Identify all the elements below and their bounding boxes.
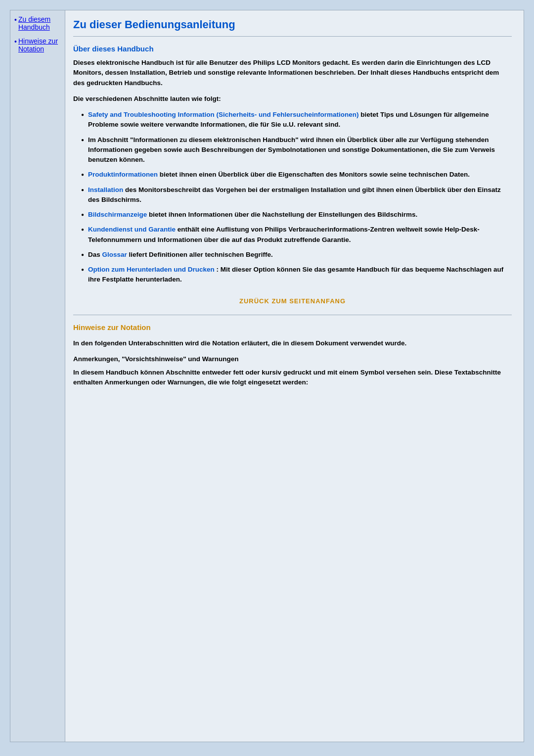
list-content-1: Safety and Troubleshooting Information (… <box>88 110 512 130</box>
list-item-8: ● Option zum Herunterladen und Drucken :… <box>81 265 512 285</box>
list-bullet-3: ● <box>81 171 84 178</box>
list-text-3: bietet ihnen einen Überblick über die Ei… <box>160 171 470 178</box>
back-to-top[interactable]: ZURÜCK ZUM SEITENANFANG <box>73 297 512 305</box>
notation-title: Hinweise zur Notation <box>73 323 512 331</box>
sidebar: • Zu diesem Handbuch • Hinweise zur Nota… <box>10 10 65 742</box>
list-item-1: ● Safety and Troubleshooting Information… <box>81 110 512 130</box>
list-content-3: Produktinformationen bietet ihnen einen … <box>88 170 512 180</box>
link-safety[interactable]: Safety and Troubleshooting Information (… <box>88 111 359 118</box>
list-bullet-7: ● <box>81 251 84 258</box>
page-container: • Zu diesem Handbuch • Hinweise zur Nota… <box>10 10 524 742</box>
notation-intro: In den folgenden Unterabschnitten wird d… <box>73 338 512 348</box>
bullet-2: • <box>14 37 17 46</box>
list-text-7a: Das <box>88 251 102 258</box>
list-item-6: ● Kundendienst und Garantie enthält eine… <box>81 225 512 245</box>
list-bullet-4: ● <box>81 186 84 193</box>
section1-list: ● Safety and Troubleshooting Information… <box>81 110 512 285</box>
link-bildschirm[interactable]: Bildschirmanzeige <box>88 211 147 218</box>
list-bullet-6: ● <box>81 226 84 233</box>
link-download[interactable]: Option zum Herunterladen und Drucken <box>88 266 215 273</box>
list-text-5: bietet ihnen Informationen über die Nach… <box>149 211 417 218</box>
section-divider <box>73 315 512 315</box>
list-bullet-1: ● <box>81 111 84 118</box>
section1-subheading: Die verschiedenen Abschnitte lauten wie … <box>73 94 512 104</box>
section-ueber-handbuch: Über dieses Handbuch Dieses elektronisch… <box>73 45 512 305</box>
link-produktinfo[interactable]: Produktinformationen <box>88 171 158 178</box>
back-to-top-link[interactable]: ZURÜCK ZUM SEITENANFANG <box>239 297 346 305</box>
divider-top <box>73 36 512 37</box>
list-bullet-2: ● <box>81 136 84 143</box>
sidebar-item-handbuch[interactable]: • Zu diesem Handbuch <box>14 15 61 33</box>
list-content-6: Kundendienst und Garantie enthält eine A… <box>88 225 512 245</box>
list-text-4: des Monitorsbeschreibt das Vorgehen bei … <box>88 186 501 203</box>
list-item-4: ● Installation des Monitorsbeschreibt da… <box>81 185 512 205</box>
list-content-5: Bildschirmanzeige bietet ihnen Informati… <box>88 210 512 220</box>
section1-intro: Dieses elektronische Handbuch ist für al… <box>73 58 512 88</box>
notation-body: In diesem Handbuch können Abschnitte ent… <box>73 368 512 388</box>
list-content-7: Das Glossar liefert Definitionen aller t… <box>88 250 512 260</box>
notation-subtitle: Anmerkungen, "Vorsichtshinweise" und War… <box>73 355 512 363</box>
list-content-8: Option zum Herunterladen und Drucken : M… <box>88 265 512 285</box>
link-installation[interactable]: Installation <box>88 186 123 193</box>
page-title: Zu dieser Bedienungsanleitung <box>73 18 512 31</box>
link-kundendienst[interactable]: Kundendienst und Garantie <box>88 226 176 233</box>
list-bullet-5: ● <box>81 211 84 218</box>
list-text-7b: liefert Definitionen aller technischen B… <box>127 251 273 258</box>
list-bullet-8: ● <box>81 266 84 273</box>
link-glossar[interactable]: Glossar <box>102 251 127 258</box>
list-content-4: Installation des Monitorsbeschreibt das … <box>88 185 512 205</box>
sidebar-link-handbuch[interactable]: Zu diesem Handbuch <box>18 15 61 31</box>
sidebar-item-notation[interactable]: • Hinweise zur Notation <box>14 37 61 55</box>
section-notation: Hinweise zur Notation In den folgenden U… <box>73 323 512 388</box>
list-item-7: ● Das Glossar liefert Definitionen aller… <box>81 250 512 260</box>
list-item-2: ● Im Abschnitt "Informationen zu diesem … <box>81 135 512 165</box>
bullet-1: • <box>14 15 17 24</box>
main-content: Zu dieser Bedienungsanleitung Über diese… <box>65 10 524 742</box>
list-content-2: Im Abschnitt "Informationen zu diesem el… <box>88 135 512 165</box>
sidebar-link-notation[interactable]: Hinweise zur Notation <box>18 37 61 53</box>
list-item-5: ● Bildschirmanzeige bietet ihnen Informa… <box>81 210 512 220</box>
list-item-3: ● Produktinformationen bietet ihnen eine… <box>81 170 512 180</box>
section1-title: Über dieses Handbuch <box>73 45 512 53</box>
